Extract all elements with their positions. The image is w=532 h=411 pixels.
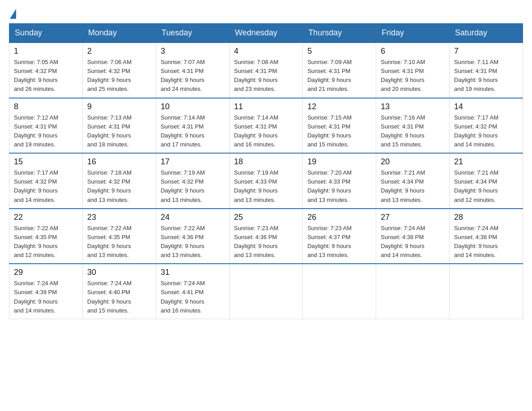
calendar-cell: 26 Sunrise: 7:23 AM Sunset: 4:37 PM Dayl… bbox=[303, 209, 376, 264]
day-number: 30 bbox=[87, 268, 151, 277]
day-info: Sunrise: 7:19 AM Sunset: 4:33 PM Dayligh… bbox=[234, 168, 298, 205]
calendar-cell: 28 Sunrise: 7:24 AM Sunset: 4:38 PM Dayl… bbox=[450, 209, 523, 264]
day-info: Sunrise: 7:19 AM Sunset: 4:32 PM Dayligh… bbox=[161, 168, 225, 205]
day-number: 24 bbox=[161, 213, 225, 222]
calendar-cell bbox=[376, 264, 450, 319]
day-info: Sunrise: 7:08 AM Sunset: 4:31 PM Dayligh… bbox=[234, 58, 298, 94]
day-number: 25 bbox=[234, 213, 298, 222]
calendar-week-row-2: 8 Sunrise: 7:12 AM Sunset: 4:31 PM Dayli… bbox=[9, 98, 523, 154]
col-header-sunday: Sunday bbox=[9, 24, 83, 43]
calendar-cell: 7 Sunrise: 7:11 AM Sunset: 4:31 PM Dayli… bbox=[450, 43, 523, 98]
day-number: 14 bbox=[454, 102, 518, 111]
day-number: 2 bbox=[87, 47, 151, 56]
day-info: Sunrise: 7:22 AM Sunset: 4:36 PM Dayligh… bbox=[161, 224, 225, 260]
day-number: 22 bbox=[14, 213, 78, 222]
calendar-table: SundayMondayTuesdayWednesdayThursdayFrid… bbox=[9, 23, 523, 319]
day-number: 9 bbox=[87, 102, 151, 111]
calendar-cell: 25 Sunrise: 7:23 AM Sunset: 4:36 PM Dayl… bbox=[229, 209, 303, 264]
day-info: Sunrise: 7:18 AM Sunset: 4:32 PM Dayligh… bbox=[87, 168, 151, 205]
day-number: 6 bbox=[381, 47, 445, 56]
calendar-week-row-1: 1 Sunrise: 7:05 AM Sunset: 4:32 PM Dayli… bbox=[9, 43, 523, 98]
col-header-wednesday: Wednesday bbox=[229, 24, 303, 43]
calendar-cell: 14 Sunrise: 7:17 AM Sunset: 4:32 PM Dayl… bbox=[450, 98, 523, 154]
col-header-saturday: Saturday bbox=[450, 24, 523, 43]
day-number: 20 bbox=[381, 157, 445, 167]
day-number: 21 bbox=[454, 157, 518, 167]
day-number: 12 bbox=[307, 102, 371, 111]
calendar-cell: 18 Sunrise: 7:19 AM Sunset: 4:33 PM Dayl… bbox=[229, 153, 303, 209]
calendar-cell: 22 Sunrise: 7:22 AM Sunset: 4:35 PM Dayl… bbox=[9, 209, 83, 264]
day-number: 19 bbox=[307, 157, 371, 167]
day-info: Sunrise: 7:21 AM Sunset: 4:34 PM Dayligh… bbox=[454, 168, 518, 205]
day-number: 15 bbox=[14, 157, 78, 167]
day-number: 10 bbox=[161, 102, 225, 111]
calendar-cell: 9 Sunrise: 7:13 AM Sunset: 4:31 PM Dayli… bbox=[82, 98, 156, 154]
calendar-cell bbox=[229, 264, 303, 319]
calendar-cell: 15 Sunrise: 7:17 AM Sunset: 4:32 PM Dayl… bbox=[9, 153, 83, 209]
calendar-cell: 24 Sunrise: 7:22 AM Sunset: 4:36 PM Dayl… bbox=[156, 209, 229, 264]
calendar-week-row-5: 29 Sunrise: 7:24 AM Sunset: 4:39 PM Dayl… bbox=[9, 264, 523, 319]
day-number: 23 bbox=[87, 213, 151, 222]
day-info: Sunrise: 7:16 AM Sunset: 4:31 PM Dayligh… bbox=[381, 113, 445, 150]
day-info: Sunrise: 7:17 AM Sunset: 4:32 PM Dayligh… bbox=[454, 113, 518, 150]
day-number: 5 bbox=[307, 47, 371, 56]
logo bbox=[9, 9, 17, 19]
calendar-cell bbox=[450, 264, 523, 319]
day-number: 16 bbox=[87, 157, 151, 167]
day-info: Sunrise: 7:22 AM Sunset: 4:35 PM Dayligh… bbox=[87, 224, 151, 260]
day-number: 31 bbox=[161, 268, 225, 277]
day-number: 28 bbox=[454, 213, 518, 222]
day-info: Sunrise: 7:24 AM Sunset: 4:41 PM Dayligh… bbox=[161, 279, 225, 315]
calendar-cell: 6 Sunrise: 7:10 AM Sunset: 4:31 PM Dayli… bbox=[376, 43, 450, 98]
calendar-cell: 10 Sunrise: 7:14 AM Sunset: 4:31 PM Dayl… bbox=[156, 98, 229, 154]
calendar-cell: 31 Sunrise: 7:24 AM Sunset: 4:41 PM Dayl… bbox=[156, 264, 229, 319]
day-info: Sunrise: 7:09 AM Sunset: 4:31 PM Dayligh… bbox=[307, 58, 371, 94]
col-header-thursday: Thursday bbox=[303, 24, 376, 43]
day-info: Sunrise: 7:14 AM Sunset: 4:31 PM Dayligh… bbox=[161, 113, 225, 150]
calendar-cell: 3 Sunrise: 7:07 AM Sunset: 4:31 PM Dayli… bbox=[156, 43, 229, 98]
day-number: 4 bbox=[234, 47, 298, 56]
calendar-cell: 5 Sunrise: 7:09 AM Sunset: 4:31 PM Dayli… bbox=[303, 43, 376, 98]
calendar-cell: 23 Sunrise: 7:22 AM Sunset: 4:35 PM Dayl… bbox=[82, 209, 156, 264]
day-info: Sunrise: 7:20 AM Sunset: 4:33 PM Dayligh… bbox=[307, 168, 371, 205]
day-info: Sunrise: 7:17 AM Sunset: 4:32 PM Dayligh… bbox=[14, 168, 78, 205]
logo-triangle-icon bbox=[10, 9, 16, 19]
calendar-week-row-4: 22 Sunrise: 7:22 AM Sunset: 4:35 PM Dayl… bbox=[9, 209, 523, 264]
calendar-cell: 4 Sunrise: 7:08 AM Sunset: 4:31 PM Dayli… bbox=[229, 43, 303, 98]
day-number: 7 bbox=[454, 47, 518, 56]
calendar-cell: 1 Sunrise: 7:05 AM Sunset: 4:32 PM Dayli… bbox=[9, 43, 83, 98]
day-number: 1 bbox=[14, 47, 78, 56]
day-number: 27 bbox=[381, 213, 445, 222]
day-info: Sunrise: 7:13 AM Sunset: 4:31 PM Dayligh… bbox=[87, 113, 151, 150]
day-info: Sunrise: 7:24 AM Sunset: 4:38 PM Dayligh… bbox=[381, 224, 445, 260]
calendar-cell: 20 Sunrise: 7:21 AM Sunset: 4:34 PM Dayl… bbox=[376, 153, 450, 209]
calendar-cell: 27 Sunrise: 7:24 AM Sunset: 4:38 PM Dayl… bbox=[376, 209, 450, 264]
day-info: Sunrise: 7:10 AM Sunset: 4:31 PM Dayligh… bbox=[381, 58, 445, 94]
day-info: Sunrise: 7:11 AM Sunset: 4:31 PM Dayligh… bbox=[454, 58, 518, 94]
day-info: Sunrise: 7:14 AM Sunset: 4:31 PM Dayligh… bbox=[234, 113, 298, 150]
calendar-cell: 16 Sunrise: 7:18 AM Sunset: 4:32 PM Dayl… bbox=[82, 153, 156, 209]
calendar-week-row-3: 15 Sunrise: 7:17 AM Sunset: 4:32 PM Dayl… bbox=[9, 153, 523, 209]
day-number: 8 bbox=[14, 102, 78, 111]
calendar-cell: 13 Sunrise: 7:16 AM Sunset: 4:31 PM Dayl… bbox=[376, 98, 450, 154]
calendar-cell: 8 Sunrise: 7:12 AM Sunset: 4:31 PM Dayli… bbox=[9, 98, 83, 154]
day-info: Sunrise: 7:15 AM Sunset: 4:31 PM Dayligh… bbox=[307, 113, 371, 150]
day-info: Sunrise: 7:07 AM Sunset: 4:31 PM Dayligh… bbox=[161, 58, 225, 94]
col-header-friday: Friday bbox=[376, 24, 450, 43]
calendar-cell: 19 Sunrise: 7:20 AM Sunset: 4:33 PM Dayl… bbox=[303, 153, 376, 209]
calendar-cell bbox=[303, 264, 376, 319]
day-number: 17 bbox=[161, 157, 225, 167]
calendar-cell: 12 Sunrise: 7:15 AM Sunset: 4:31 PM Dayl… bbox=[303, 98, 376, 154]
day-info: Sunrise: 7:24 AM Sunset: 4:40 PM Dayligh… bbox=[87, 279, 151, 315]
day-info: Sunrise: 7:23 AM Sunset: 4:36 PM Dayligh… bbox=[234, 224, 298, 260]
calendar-cell: 17 Sunrise: 7:19 AM Sunset: 4:32 PM Dayl… bbox=[156, 153, 229, 209]
calendar-header-row: SundayMondayTuesdayWednesdayThursdayFrid… bbox=[9, 24, 523, 43]
day-info: Sunrise: 7:24 AM Sunset: 4:38 PM Dayligh… bbox=[454, 224, 518, 260]
col-header-monday: Monday bbox=[82, 24, 156, 43]
day-info: Sunrise: 7:23 AM Sunset: 4:37 PM Dayligh… bbox=[307, 224, 371, 260]
day-number: 18 bbox=[234, 157, 298, 167]
day-number: 13 bbox=[381, 102, 445, 111]
day-info: Sunrise: 7:24 AM Sunset: 4:39 PM Dayligh… bbox=[14, 279, 78, 315]
calendar-cell: 11 Sunrise: 7:14 AM Sunset: 4:31 PM Dayl… bbox=[229, 98, 303, 154]
calendar-cell: 30 Sunrise: 7:24 AM Sunset: 4:40 PM Dayl… bbox=[82, 264, 156, 319]
